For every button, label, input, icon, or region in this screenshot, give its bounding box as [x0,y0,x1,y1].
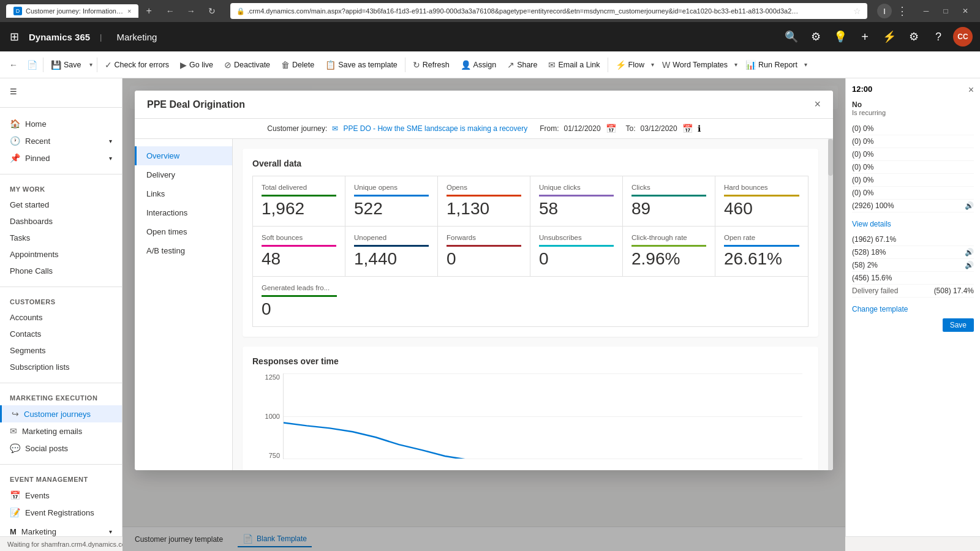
save-template-button[interactable]: 📋 Save as template [320,58,402,72]
sidebar-section-my-work-header: My Work Get started Dashboards Tasks App… [0,177,122,284]
share-button[interactable]: ↗ Share [502,58,542,72]
bookmark-icon[interactable]: ☆ [853,6,861,16]
report-icon: 📊 [745,60,756,70]
back-button[interactable]: ← [162,2,179,20]
page-icon-button[interactable]: 📄 [23,56,40,73]
to-calendar-button[interactable]: 📅 [682,124,693,133]
app-grid-icon[interactable]: ⊞ [7,28,21,46]
modal-nav-delivery[interactable]: Delivery [135,165,232,184]
hamburger-menu[interactable]: ☰ [0,83,122,100]
sidebar-divider-4 [0,383,122,383]
from-date: 01/12/2020 [564,124,601,133]
new-tab-button[interactable]: + [146,6,151,17]
right-panel-close-button[interactable]: × [968,84,974,96]
extensions-icon[interactable]: ⋮ [897,4,908,18]
sidebar-item-customer-journeys[interactable]: ↪ Customer journeys [0,405,122,422]
browser-tab[interactable]: D Customer journey: Information: S... × [6,4,138,18]
sidebar-item-appointments[interactable]: Appointments [0,246,122,263]
sidebar-item-phone-calls[interactable]: Phone Calls [0,263,122,279]
email-link-button[interactable]: ✉ Email a Link [543,58,605,72]
modal-close-button[interactable]: × [814,98,821,111]
gear-icon[interactable]: ⚙ [904,27,924,47]
deactivate-button[interactable]: ⊘ Deactivate [219,58,275,72]
from-calendar-button[interactable]: 📅 [606,124,616,133]
m-label: M [10,527,17,536]
tab-favicon: D [13,7,22,15]
go-live-button[interactable]: ▶ Go live [175,58,218,72]
add-icon[interactable]: + [855,27,875,47]
events-label: Events [25,491,50,500]
sidebar-item-pinned[interactable]: 📌 Pinned ▾ [0,149,122,167]
back-nav-button[interactable]: ← [5,56,22,73]
flow-dropdown-button[interactable]: ▾ [649,59,656,70]
total-delivered-value: 1,962 [262,199,336,219]
word-dropdown-button[interactable]: ▾ [733,59,739,70]
sidebar-item-marketing-emails[interactable]: ✉ Marketing emails [0,422,122,440]
check-errors-button[interactable]: ✓ Check for errors [100,58,175,72]
help-icon[interactable]: ? [929,27,948,47]
save-button-right[interactable]: Save [943,318,974,332]
search-icon[interactable]: 🔍 [782,27,801,47]
tasks-label: Tasks [10,233,30,242]
recurring-label: Is recurring [852,109,974,116]
contacts-label: Contacts [10,329,41,339]
delete-button[interactable]: 🗑 Delete [276,58,319,72]
profile-icon[interactable]: I [877,4,892,18]
sidebar-item-events[interactable]: 📅 Events [0,487,122,504]
lightbulb-icon[interactable]: 💡 [831,27,850,47]
modal-nav-ab-testing[interactable]: A/B testing [135,241,232,260]
forwards-label: Forwards [447,234,521,247]
tab-close-button[interactable]: × [127,7,131,15]
address-bar[interactable]: 🔒 .crm4.dynamics.com/main.aspx?appid=43b… [230,3,867,19]
unique-opens-value: 522 [354,199,429,219]
flow-button[interactable]: ⚡ Flow [611,58,649,72]
modal-scrollbar[interactable] [828,139,833,470]
modal-nav-links[interactable]: Links [135,184,232,203]
sidebar-item-get-started[interactable]: Get started [0,197,122,213]
hamburger-icon: ☰ [10,87,17,96]
app-header-right: 🔍 ⚙ 💡 + ⚡ ⚙ ? CC [782,27,973,47]
sidebar-section-customers: Customers Accounts Contacts Segments Sub… [0,290,122,380]
toolbar-separator-4 [608,58,608,72]
sidebar-item-event-registrations[interactable]: 📝 Event Registrations [0,504,122,521]
sidebar-item-home[interactable]: 🏠 Home [0,115,122,132]
minimize-button[interactable]: ─ [918,2,935,20]
close-window-button[interactable]: ✕ [957,2,974,20]
user-avatar[interactable]: CC [953,27,973,47]
view-details-link[interactable]: View details [852,220,891,228]
reload-button[interactable]: ↻ [203,2,221,20]
to-date: 03/12/2020 [641,124,677,133]
generated-leads-value: 0 [262,299,337,319]
run-report-button[interactable]: 📊 Run Report [741,58,802,72]
appointments-label: Appointments [10,250,59,259]
info-button[interactable]: ℹ [698,124,701,133]
sidebar-item-recent[interactable]: 🕐 Recent ▾ [0,132,122,149]
save-dropdown-button[interactable]: ▾ [88,59,94,70]
change-template-link[interactable]: Change template [852,305,908,313]
sidebar-item-subscription-lists[interactable]: Subscription lists [0,359,122,375]
scrollbar-thumb[interactable] [828,139,833,176]
filter-icon[interactable]: ⚡ [880,27,899,47]
stat-click-through-rate: Click-through rate 2.96% [623,227,715,276]
sidebar-item-contacts[interactable]: Contacts [0,326,122,342]
rp-delivered: (1962) 67.1% [852,233,974,246]
hard-bounces-value: 460 [724,199,799,219]
sidebar-item-social-posts[interactable]: 💬 Social posts [0,440,122,457]
word-templates-button[interactable]: W Word Templates [657,58,733,72]
save-button[interactable]: 💾 Save [46,58,86,72]
modal-nav-overview[interactable]: Overview [135,146,232,165]
report-dropdown-button[interactable]: ▾ [802,59,809,70]
sidebar-item-segments[interactable]: Segments [0,342,122,359]
forward-button[interactable]: → [183,2,200,20]
modal-nav-interactions[interactable]: Interactions [135,203,232,222]
forwards-value: 0 [447,249,521,269]
modal-nav-open-times[interactable]: Open times [135,222,232,241]
maximize-button[interactable]: □ [937,2,954,20]
settings-icon[interactable]: ⚙ [806,27,826,47]
assign-button[interactable]: 👤 Assign [456,58,502,72]
sidebar-item-dashboards[interactable]: Dashboards [0,213,122,230]
sidebar-item-accounts[interactable]: Accounts [0,309,122,326]
customer-journey-link[interactable]: PPE DO - How the SME landscape is making… [343,124,527,133]
refresh-button[interactable]: ↻ Refresh [408,58,454,72]
sidebar-item-tasks[interactable]: Tasks [0,230,122,246]
